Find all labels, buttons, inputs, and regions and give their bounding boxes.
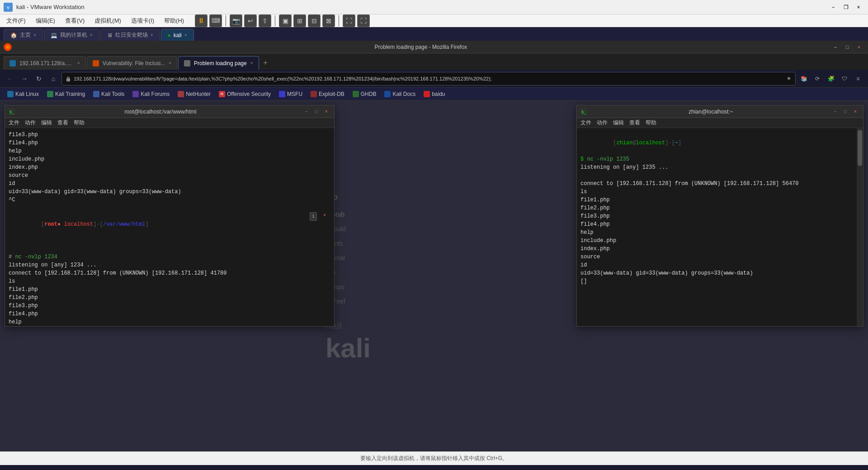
bm-exploit-label: Exploit-DB <box>319 91 344 97</box>
star-icon[interactable] <box>786 76 792 81</box>
ff-tab-3-close[interactable]: × <box>250 61 253 66</box>
layout2-btn[interactable]: ⊞ <box>293 14 306 27</box>
vm-tab-kali[interactable]: ● kali × <box>161 29 194 41</box>
menu-file[interactable]: 文件(F) <box>2 15 30 27</box>
terminal-left-maximize[interactable]: □ <box>312 109 321 115</box>
t-right-blank <box>580 171 859 180</box>
bm-kali-docs[interactable]: Kali Docs <box>381 89 419 99</box>
t-left-out-4: file1.php <box>9 285 330 294</box>
vmware-restore-btn[interactable]: ❐ <box>840 2 852 12</box>
bm-baidu[interactable]: baidu <box>420 89 448 99</box>
ff-tab-3[interactable]: Problem loading page × <box>178 56 259 70</box>
vm-tab-kali-close[interactable]: × <box>184 33 187 38</box>
ff-ext-btn[interactable]: 🧩 <box>825 72 837 85</box>
layout4-btn[interactable]: ⊠ <box>322 14 335 27</box>
vm-tab-mypc[interactable]: 💻 我的计算机 × <box>44 29 99 41</box>
bm-nethunter-icon <box>178 91 184 97</box>
t-right-out-9: include.php <box>580 237 859 245</box>
terminal-right-maximize[interactable]: □ <box>841 109 849 115</box>
send-key-btn[interactable]: ⌨ <box>209 14 222 27</box>
terminal-left-close[interactable]: × <box>322 109 330 115</box>
ff-sync-btn[interactable]: ⟳ <box>811 72 824 85</box>
menu-edit[interactable]: 编辑(E) <box>31 15 60 27</box>
terminal-right-icon: $_ <box>580 109 587 115</box>
ff-tab-1-close[interactable]: × <box>77 61 80 66</box>
menu-help[interactable]: 帮助(H) <box>160 15 189 27</box>
ff-tab-2[interactable]: Vulnerability: File Inclusi... × <box>87 56 177 70</box>
ff-toolbar-btns: 📚 ⟳ 🧩 🛡 ≡ <box>797 72 864 85</box>
terminal-right-scrollbar[interactable] <box>857 128 863 326</box>
vmware-icon: V <box>4 3 13 12</box>
t-right-out-3: ls <box>580 188 859 196</box>
vm-tab-kali-icon: ● <box>168 32 171 38</box>
vmware-title-text: kali - VMware Workstation <box>16 4 824 10</box>
terminal-right-minimize[interactable]: − <box>831 109 840 115</box>
bm-offsec[interactable]: O Offensive Security <box>215 89 274 99</box>
ff-forward-btn[interactable]: → <box>18 72 31 85</box>
ff-home-btn[interactable]: ⌂ <box>47 72 60 85</box>
t-left-menu-help[interactable]: 帮助 <box>74 119 85 127</box>
snapshot-btn[interactable]: 📷 <box>230 14 242 27</box>
terminal-right-close[interactable]: × <box>851 109 859 115</box>
bm-kali-linux[interactable]: Kali Linux <box>4 89 42 99</box>
unity-btn[interactable]: ⛶ <box>357 14 370 27</box>
t-right-out-12: id <box>580 261 859 269</box>
ff-url-text: 192.168.171.128/dvwa/vulnerabilities/fi/… <box>74 76 783 81</box>
bm-exploit-db[interactable]: Exploit-DB <box>307 89 348 99</box>
fullscreen-btn[interactable]: ⛶ <box>343 14 355 27</box>
ff-menu-btn[interactable]: ≡ <box>852 72 864 85</box>
t-right-out-14: [] <box>580 277 859 285</box>
ff-shield-btn[interactable]: 🛡 <box>838 72 851 85</box>
ff-tab-2-close[interactable]: × <box>169 61 171 66</box>
t-left-menu-view[interactable]: 查看 <box>57 119 68 127</box>
vmware-minimize-btn[interactable]: − <box>827 2 839 12</box>
share-btn[interactable]: ⇪ <box>259 14 271 27</box>
vm-tab-redhome-close[interactable]: × <box>151 33 153 38</box>
ff-tab-2-label: Vulnerability: File Inclusi... <box>103 60 165 66</box>
bm-ghdb[interactable]: GHDB <box>349 89 380 99</box>
ff-maximize-btn[interactable]: □ <box>842 43 853 52</box>
bm-nethunter[interactable]: NetHunter <box>174 89 214 99</box>
t-right-menu-view[interactable]: 查看 <box>629 119 640 127</box>
t-right-menu-help[interactable]: 帮助 <box>646 119 656 127</box>
layout1-btn[interactable]: ▣ <box>279 14 292 27</box>
terminal-left-minimize[interactable]: − <box>302 109 311 115</box>
revert-btn[interactable]: ↩ <box>244 14 257 27</box>
vm-tab-home[interactable]: 🏠 主页 × <box>4 29 43 41</box>
ff-close-btn[interactable]: × <box>854 43 864 52</box>
t-right-menu-action[interactable]: 动作 <box>597 119 608 127</box>
terminal-right: $_ zhian@localhost:~ − □ × 文件 动作 编辑 查看 帮… <box>576 105 863 327</box>
t-left-menu-action[interactable]: 动作 <box>25 119 36 127</box>
t-left-out-8: help <box>9 318 330 326</box>
vm-tab-redhome[interactable]: 🖥 红日安全靶场 × <box>100 29 160 41</box>
vm-tab-home-close[interactable]: × <box>33 33 36 38</box>
terminal-right-scroll-thumb[interactable] <box>858 130 862 166</box>
menu-tabs[interactable]: 选项卡(I) <box>127 15 159 27</box>
ff-reload-btn[interactable]: ↻ <box>33 72 45 85</box>
t-left-line-2: file4.php <box>9 139 330 147</box>
bm-kali-tools[interactable]: Kali Tools <box>90 89 128 99</box>
t-left-cmd-1: # nc -nvlp 1234 <box>9 253 330 261</box>
ff-tab-1[interactable]: 192.168.171.128/a.php?pag... × <box>4 56 86 70</box>
ff-library-btn[interactable]: 📚 <box>797 72 810 85</box>
t-right-out-1: listening on [any] 1235 ... <box>580 163 859 171</box>
bm-kali-forums[interactable]: Kali Forums <box>129 89 173 99</box>
t-left-menu-file[interactable]: 文件 <box>9 119 19 127</box>
layout3-btn[interactable]: ⊟ <box>308 14 321 27</box>
ff-add-tab-btn[interactable]: + <box>260 56 271 70</box>
t-left-line-7: id <box>9 180 330 188</box>
vmware-close-btn[interactable]: × <box>853 2 864 12</box>
pause-btn[interactable]: ⏸ <box>195 14 208 27</box>
vmware-status-bar: 要输入定向到该虚拟机，请将鼠标指针移入其中或按 Ctrl+G。 <box>0 451 868 465</box>
t-right-menu-edit[interactable]: 编辑 <box>613 119 624 127</box>
t-left-menu-edit[interactable]: 编辑 <box>41 119 52 127</box>
menu-view[interactable]: 查看(V) <box>61 15 89 27</box>
bm-kali-training[interactable]: Kali Training <box>43 89 89 99</box>
vm-tab-mypc-close[interactable]: × <box>90 33 93 38</box>
ff-addressbar[interactable]: 192.168.171.128/dvwa/vulnerabilities/fi/… <box>61 72 796 85</box>
ff-back-btn[interactable]: ← <box>4 72 16 85</box>
t-right-menu-file[interactable]: 文件 <box>580 119 591 127</box>
menu-vm[interactable]: 虚拟机(M) <box>90 15 126 27</box>
ff-minimize-btn[interactable]: − <box>830 43 841 52</box>
bm-msfu[interactable]: MSFU <box>275 89 306 99</box>
